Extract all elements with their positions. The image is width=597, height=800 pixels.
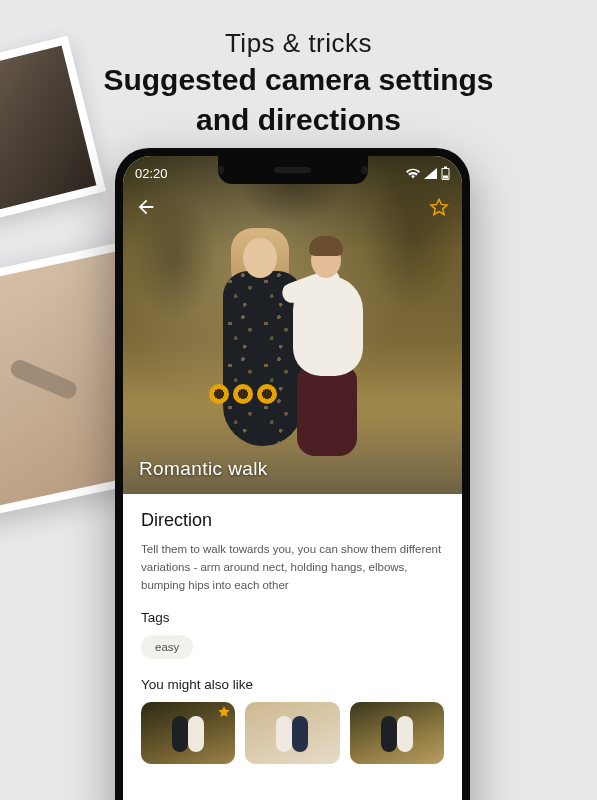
suggestions-heading: You might also like xyxy=(141,677,444,692)
promo-subtitle: Tips & tricks xyxy=(0,28,597,59)
status-time: 02:20 xyxy=(135,166,168,181)
suggestion-thumbnail[interactable] xyxy=(350,702,444,764)
wifi-icon xyxy=(406,168,420,179)
hero-photo: 02:20 xyxy=(123,156,462,494)
tag-chip[interactable]: easy xyxy=(141,635,193,659)
svg-rect-0 xyxy=(444,167,447,169)
signal-icon xyxy=(424,168,437,179)
content-area[interactable]: Direction Tell them to walk towards you,… xyxy=(123,494,462,800)
direction-heading: Direction xyxy=(141,510,444,531)
direction-text: Tell them to walk towards you, you can s… xyxy=(141,541,444,594)
phone-frame: 02:20 xyxy=(115,148,470,800)
promo-headline-1: Suggested camera settings xyxy=(0,61,597,99)
suggestion-thumbnail[interactable] xyxy=(245,702,339,764)
star-outline-icon xyxy=(428,196,450,218)
back-button[interactable] xyxy=(135,196,157,218)
status-icons xyxy=(406,166,450,180)
battery-icon xyxy=(441,166,450,180)
suggestion-thumbnail[interactable] xyxy=(141,702,235,764)
arrow-left-icon xyxy=(135,196,157,218)
app-top-bar xyxy=(123,190,462,224)
svg-rect-1 xyxy=(443,176,448,179)
pose-title: Romantic walk xyxy=(139,458,268,480)
hero-illustration xyxy=(193,216,393,466)
tags-heading: Tags xyxy=(141,610,444,625)
suggestions-row xyxy=(141,702,444,764)
phone-screen: 02:20 xyxy=(123,156,462,800)
phone-notch xyxy=(218,156,368,184)
star-icon xyxy=(217,705,231,719)
favorite-button[interactable] xyxy=(428,196,450,218)
promo-title: Tips & tricks Suggested camera settings … xyxy=(0,28,597,138)
